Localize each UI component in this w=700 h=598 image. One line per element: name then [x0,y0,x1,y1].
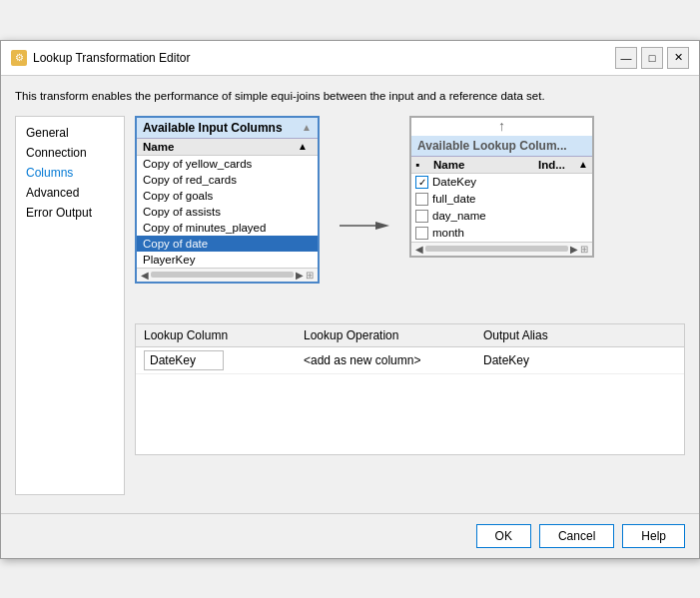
description-text: This transform enables the performance o… [15,86,685,106]
output-alias-value: DateKey [483,353,529,367]
columns-area: Available Input Columns ▲ Name ▲ Copy of… [135,116,685,315]
resize-handle-icon: ⊞ [306,270,314,281]
footer-buttons: OK Cancel Help [1,513,699,558]
minimize-button[interactable]: — [615,47,637,69]
lookup-ind-header: Ind... [538,159,578,171]
col-name: PlayerKey [143,254,312,266]
lookup-column-value[interactable]: DateKey [144,350,224,370]
list-item[interactable]: Copy of assists [137,204,318,220]
sidebar-item-advanced[interactable]: Advanced [20,183,120,203]
lookup-checkbox[interactable]: ✓ [415,176,428,189]
title-buttons: — □ ✕ [615,47,689,69]
help-button[interactable]: Help [622,524,685,548]
svg-marker-1 [375,222,389,230]
input-scrollbar: ◀ ▶ ⊞ [137,268,318,282]
col-name: month [432,227,584,239]
window-body: This transform enables the performance o… [1,76,699,505]
lookup-sort-arrow: ▲ [578,159,588,171]
col-name: Copy of goals [143,190,312,202]
lookup-checkbox[interactable] [415,193,428,206]
maximize-button[interactable]: □ [641,47,663,69]
table-row: DateKey <add as new column> DateKey [136,347,684,374]
lookup-scroll-left: ◀ [415,244,423,255]
list-item[interactable]: ✓ DateKey [411,174,592,191]
sidebar-item-connection[interactable]: Connection [20,143,120,163]
bottom-table: Lookup Column Lookup Operation Output Al… [135,323,685,455]
lookup-columns-table: ↑ Available Lookup Colum... ▪ Name Ind..… [409,116,594,258]
scroll-thumb[interactable] [151,272,294,278]
col-name: Copy of minutes_played [143,222,312,234]
sidebar-item-columns[interactable]: Columns [20,163,120,183]
input-name-header: Name [143,141,298,153]
list-item[interactable]: full_date [411,191,592,208]
col-name: Copy of red_cards [143,174,312,186]
list-item[interactable]: Copy of minutes_played [137,220,318,236]
close-button[interactable]: ✕ [667,47,689,69]
title-bar: ⚙ Lookup Transformation Editor — □ ✕ [1,41,699,76]
list-item[interactable]: Copy of red_cards [137,172,318,188]
ok-button[interactable]: OK [476,524,531,548]
list-item[interactable]: Copy of yellow_cards [137,156,318,172]
input-scroll-up: ▲ [302,122,312,133]
main-content: General Connection Columns Advanced Erro… [15,116,685,495]
col-header-lookup-operation: Lookup Operation [304,328,483,342]
cell-output-alias: DateKey [483,353,676,367]
lookup-up-arrow: ↑ [411,118,592,134]
list-item[interactable]: PlayerKey [137,252,318,268]
list-item[interactable]: Copy of goals [137,188,318,204]
sidebar: General Connection Columns Advanced Erro… [15,116,125,495]
list-item[interactable]: day_name [411,208,592,225]
scroll-left-arrow: ◀ [141,270,149,281]
connector-svg [340,206,389,246]
col-name: Copy of assists [143,206,312,218]
lookup-col-header-row: ▪ Name Ind... ▲ [411,157,592,174]
col-name: day_name [432,210,584,222]
title-bar-left: ⚙ Lookup Transformation Editor [11,50,190,66]
scroll-right-arrow: ▶ [296,270,304,281]
input-col-header-row: Name ▲ [137,139,318,156]
connector-container [340,116,389,246]
lookup-operation-value: <add as new column> [304,353,420,367]
input-columns-title: Available Input Columns [143,121,283,135]
sidebar-item-error-output[interactable]: Error Output [20,203,120,223]
cell-lookup-operation: <add as new column> [304,353,483,367]
col-name: Copy of date [143,238,312,250]
lookup-scrollbar: ◀ ▶ ⊞ [411,242,592,256]
lookup-scroll-right: ▶ [570,244,578,255]
input-sort-arrow: ▲ [298,141,312,153]
lookup-columns-header: Available Lookup Colum... [411,136,592,157]
lookup-columns-title: Available Lookup Colum... [417,139,567,153]
editor-area: Available Input Columns ▲ Name ▲ Copy of… [135,116,685,495]
col-name: full_date [432,193,584,205]
lookup-name-header: Name [433,159,538,171]
col-name: Copy of yellow_cards [143,158,312,170]
list-item[interactable]: month [411,225,592,242]
window-icon: ⚙ [11,50,27,66]
main-window: ⚙ Lookup Transformation Editor — □ ✕ Thi… [0,40,700,559]
col-name: DateKey [432,176,584,188]
col-header-output-alias: Output Alias [483,328,676,342]
col-header-lookup-column: Lookup Column [144,328,304,342]
sidebar-item-general[interactable]: General [20,123,120,143]
input-columns-header: Available Input Columns ▲ [137,118,318,139]
input-columns-table: Available Input Columns ▲ Name ▲ Copy of… [135,116,320,284]
lookup-resize-icon: ⊞ [580,244,588,255]
bottom-table-empty [136,374,684,454]
bottom-table-header: Lookup Column Lookup Operation Output Al… [136,324,684,347]
lookup-checkbox[interactable] [415,210,428,223]
cell-lookup-column: DateKey [144,350,304,370]
window-title: Lookup Transformation Editor [33,51,190,65]
lookup-scroll-thumb[interactable] [425,246,568,252]
lookup-check-header: ▪ [415,159,433,171]
cancel-button[interactable]: Cancel [539,524,614,548]
lookup-checkbox[interactable] [415,227,428,240]
list-item[interactable]: Copy of date [137,236,318,252]
